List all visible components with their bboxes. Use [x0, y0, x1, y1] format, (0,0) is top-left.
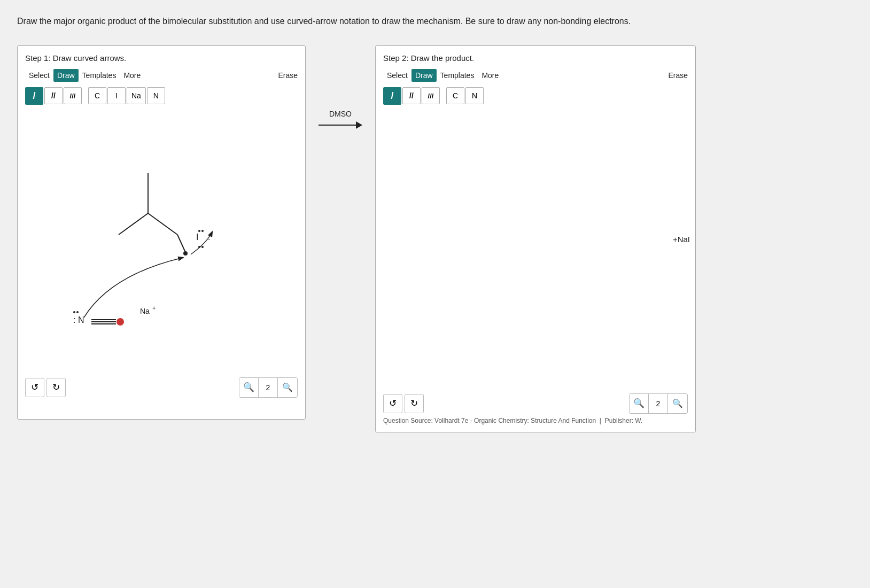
svg-point-17: [76, 311, 79, 313]
question-text: Draw the major organic product of the bi…: [17, 15, 765, 28]
panel1-title: Step 1: Draw curved arrows.: [25, 53, 298, 63]
nitrogen-label2: N: [472, 91, 477, 100]
zoom-in-icon2: 🔍: [633, 398, 644, 409]
tool2-triple-bond[interactable]: ///: [422, 87, 440, 104]
source-text: Question Source: Vollhardt 7e - Organic …: [383, 417, 596, 424]
toolbar2-templates[interactable]: Templates: [437, 69, 478, 82]
svg-text:: N: : N: [73, 315, 84, 324]
toolbar2-more[interactable]: More: [478, 69, 502, 82]
publisher-text: Publisher: W.: [605, 417, 643, 424]
dmso-arrow-area: DMSO: [306, 110, 375, 129]
panel2-zoom-group: 🔍 2 🔍: [629, 393, 688, 414]
svg-text:+: +: [152, 305, 156, 311]
panel1-canvas[interactable]: I : : N: [25, 109, 298, 371]
svg-line-3: [177, 235, 185, 252]
molecule-svg-1: I : : N: [30, 114, 287, 344]
tool2-nitrogen[interactable]: N: [465, 87, 484, 104]
tool1-sodium[interactable]: Na: [127, 87, 146, 104]
svg-text:I: I: [196, 233, 198, 242]
toolbar2-select[interactable]: Select: [383, 69, 411, 82]
double-bond-icon: //: [51, 91, 56, 100]
tool1-triple-bond[interactable]: ///: [64, 87, 82, 104]
panel2-zoom-reset-btn[interactable]: 2: [649, 394, 668, 413]
panel2-zoom-in-btn[interactable]: 🔍: [630, 394, 649, 413]
panel2-canvas[interactable]: [383, 109, 688, 387]
panel2-redo-btn[interactable]: ↻: [405, 394, 424, 413]
nai-label: +NaI: [673, 234, 690, 243]
undo-icon2: ↺: [389, 398, 397, 409]
panel1-redo-btn[interactable]: ↻: [46, 378, 66, 397]
svg-point-16: [73, 311, 75, 313]
panel1-toolbar: Select Draw Templates More Erase: [25, 69, 298, 82]
toolbar2-erase[interactable]: Erase: [668, 71, 688, 80]
zoom-reset-icon: 2: [266, 383, 270, 392]
arrow-shaft: [319, 125, 356, 126]
svg-point-7: [201, 230, 204, 232]
svg-point-15: [116, 318, 124, 326]
panel1-zoom-group: 🔍 2 🔍: [239, 377, 298, 398]
tool1-nitrogen[interactable]: N: [147, 87, 165, 104]
panels-row: Step 1: Draw curved arrows. Select Draw …: [17, 45, 853, 432]
panel2-toolbar: Select Draw Templates More Erase: [383, 69, 688, 82]
tool1-iodine[interactable]: I: [107, 87, 126, 104]
carbon-label: C: [95, 91, 100, 100]
question-source: Question Source: Vollhardt 7e - Organic …: [383, 417, 688, 424]
svg-line-2: [148, 213, 177, 235]
svg-line-1: [119, 213, 148, 235]
zoom-out-icon2: 🔍: [672, 398, 683, 408]
svg-point-9: [201, 246, 204, 248]
tool1-carbon[interactable]: C: [88, 87, 106, 104]
arrow-head: [356, 121, 362, 129]
panel1-zoom-reset-btn[interactable]: 2: [259, 378, 278, 397]
iodine-label: I: [115, 91, 118, 100]
dmso-label: DMSO: [329, 110, 352, 118]
svg-text:Na: Na: [140, 307, 150, 315]
panel2-draw-tools: / // /// C N: [383, 87, 688, 105]
zoom-out-icon: 🔍: [282, 382, 293, 392]
reaction-arrow: [319, 121, 362, 129]
panel1-draw-tools: / // /// C I Na N: [25, 87, 298, 105]
nitrogen-label: N: [153, 91, 159, 100]
panel-step2: Step 2: Draw the product. Select Draw Te…: [375, 45, 696, 432]
redo-icon: ↻: [52, 382, 60, 393]
double-bond-icon2: //: [409, 91, 414, 100]
panel1-zoom-out-btn[interactable]: 🔍: [278, 378, 297, 397]
toolbar1-draw[interactable]: Draw: [53, 69, 79, 82]
toolbar2-draw[interactable]: Draw: [411, 69, 437, 82]
carbon-label2: C: [453, 91, 458, 100]
panel1-zoom-in-btn[interactable]: 🔍: [239, 378, 259, 397]
tool1-double-bond[interactable]: //: [44, 87, 63, 104]
tool2-single-bond[interactable]: /: [383, 87, 401, 105]
toolbar1-erase[interactable]: Erase: [278, 71, 298, 80]
single-bond-icon: /: [33, 90, 35, 102]
panel2-undo-btn[interactable]: ↺: [383, 394, 402, 413]
page: Draw the major organic product of the bi…: [0, 0, 870, 588]
tool2-double-bond[interactable]: //: [402, 87, 421, 104]
panel-step1: Step 1: Draw curved arrows. Select Draw …: [17, 45, 306, 420]
panel2-bottom-controls: ↺ ↻ 🔍 2 🔍: [383, 393, 688, 414]
undo-icon: ↺: [31, 382, 38, 393]
triple-bond-icon: ///: [70, 92, 76, 100]
toolbar1-templates[interactable]: Templates: [79, 69, 120, 82]
panel2-zoom-out-btn[interactable]: 🔍: [668, 394, 687, 413]
tool2-carbon[interactable]: C: [446, 87, 464, 104]
single-bond-icon2: /: [391, 90, 393, 102]
zoom-in-icon: 🔍: [243, 382, 254, 393]
svg-point-4: [183, 251, 188, 256]
tool1-single-bond[interactable]: /: [25, 87, 43, 105]
panel1-undo-btn[interactable]: ↺: [25, 378, 44, 397]
toolbar1-more[interactable]: More: [120, 69, 144, 82]
redo-icon2: ↻: [410, 398, 418, 409]
triple-bond-icon2: ///: [428, 92, 434, 100]
panel1-bottom-controls: ↺ ↻ 🔍 2 🔍: [25, 377, 298, 398]
toolbar1-select[interactable]: Select: [25, 69, 53, 82]
zoom-reset-icon2: 2: [656, 399, 661, 408]
sodium-label: Na: [131, 91, 141, 100]
panel2-title: Step 2: Draw the product.: [383, 53, 688, 63]
svg-point-6: [198, 230, 200, 232]
